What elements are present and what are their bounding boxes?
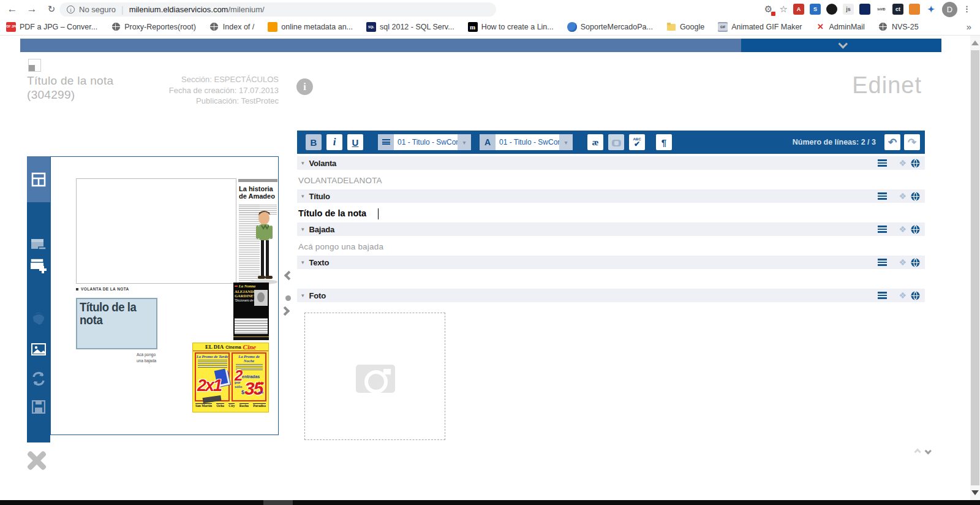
page-info-icon[interactable]: i bbox=[67, 6, 75, 13]
info-icon[interactable]: i bbox=[296, 78, 313, 95]
note-creation-date: Fecha de creación: 17.07.2013 bbox=[92, 85, 279, 96]
photo-drop-placeholder[interactable] bbox=[304, 313, 445, 440]
bookmark-online-metadata[interactable]: online metadata an... bbox=[268, 22, 353, 32]
volanta-text-field[interactable]: VOLANTADELANOTA bbox=[298, 176, 911, 185]
section-styles-icon[interactable]: ❖ bbox=[899, 290, 907, 300]
editor-sidebar bbox=[27, 156, 50, 442]
section-menu-icon[interactable] bbox=[878, 159, 887, 167]
sidebar-item-publish-web[interactable] bbox=[27, 308, 50, 329]
redo-button[interactable]: ↷ bbox=[904, 134, 920, 150]
ct-extension-icon[interactable]: ct bbox=[892, 4, 903, 15]
section-menu-icon[interactable] bbox=[878, 292, 887, 299]
chevron-up-icon[interactable] bbox=[914, 450, 922, 458]
italic-button[interactable]: i bbox=[326, 134, 342, 150]
special-char-button[interactable]: æ bbox=[587, 134, 603, 150]
paragraph-style-dropdown[interactable]: 01 - Titulo - SwCond... ▾ bbox=[378, 134, 471, 150]
section-styles-icon[interactable]: ❖ bbox=[899, 257, 907, 267]
extension-puzzle-icon[interactable]: ⚙ bbox=[763, 4, 774, 15]
newspaper-preview-panel[interactable]: La historia de Amadeo VOLANTA DE LA NOTA… bbox=[50, 156, 279, 435]
bookmark-how-to-create[interactable]: m How to create a Lin... bbox=[468, 22, 554, 32]
section-header-volanta[interactable]: ▾ Volanta ❖ bbox=[297, 156, 925, 170]
pilcrow-button[interactable]: ¶ bbox=[656, 134, 672, 150]
pdf-extension-icon[interactable]: A bbox=[793, 4, 804, 15]
bookmark-star-icon[interactable]: ☆ bbox=[780, 4, 788, 15]
section-menu-icon[interactable] bbox=[878, 259, 887, 266]
invid-extension-icon[interactable]: InVID bbox=[876, 4, 887, 15]
gavel-extension-icon[interactable] bbox=[909, 4, 920, 15]
edinet-editor-window: ← → ↻ i No seguro | milenium.eldiaservic… bbox=[0, 0, 980, 505]
section-menu-icon[interactable] bbox=[878, 226, 887, 233]
scrollbar-down-icon[interactable] bbox=[971, 490, 979, 495]
section-styles-icon[interactable]: ❖ bbox=[899, 191, 907, 201]
promo-por-solo: por sólo bbox=[235, 381, 243, 389]
security-label: No seguro bbox=[79, 5, 116, 14]
sidebar-item-image[interactable] bbox=[27, 339, 50, 360]
feather-extension-icon[interactable]: ✦ bbox=[925, 4, 937, 15]
nonna-ad-decoration: ■■ bbox=[235, 284, 238, 287]
back-icon[interactable]: ← bbox=[5, 2, 20, 17]
section-header-foto[interactable]: ▾ Foto ❖ bbox=[297, 289, 925, 302]
preview-page-dot[interactable] bbox=[285, 295, 291, 301]
section-web-icon[interactable] bbox=[911, 159, 920, 168]
section-web-icon[interactable] bbox=[911, 225, 920, 234]
sidebar-item-remove-window[interactable] bbox=[27, 235, 50, 256]
section-header-titulo[interactable]: ▾ Título ❖ bbox=[297, 189, 925, 203]
section-web-icon[interactable] bbox=[911, 291, 920, 300]
preview-prev-page-icon[interactable] bbox=[283, 272, 293, 282]
chevron-down-icon[interactable] bbox=[926, 450, 934, 458]
section-styles-icon[interactable]: ❖ bbox=[899, 224, 907, 234]
collapse-caret-icon[interactable]: ▾ bbox=[301, 292, 304, 298]
bold-button[interactable]: B bbox=[306, 134, 322, 150]
section-header-bajada[interactable]: ▾ Bajada ❖ bbox=[297, 222, 925, 236]
section-styles-icon[interactable]: ❖ bbox=[899, 158, 907, 168]
bookmarks-overflow-icon[interactable]: » bbox=[967, 21, 971, 32]
collapse-caret-icon[interactable]: ▾ bbox=[301, 259, 304, 265]
profile-avatar[interactable]: D bbox=[942, 2, 957, 17]
reload-icon[interactable]: ↻ bbox=[44, 2, 59, 17]
close-icon[interactable] bbox=[23, 447, 50, 474]
forward-icon[interactable]: → bbox=[24, 2, 39, 17]
blueprint-extension-icon[interactable] bbox=[859, 4, 870, 15]
js-extension-icon[interactable]: js bbox=[843, 4, 854, 15]
section-web-icon[interactable] bbox=[911, 192, 920, 201]
bookmark-pdf-a-jpg[interactable]: PDF JPG PDF a JPG – Conver... bbox=[6, 22, 97, 32]
section-menu-icon[interactable] bbox=[878, 192, 887, 200]
section-header-texto[interactable]: ▾ Texto ❖ bbox=[297, 256, 925, 269]
collapse-caret-icon[interactable]: ▾ bbox=[301, 160, 304, 166]
sidebar-item-layout[interactable] bbox=[27, 156, 50, 202]
cinema-ad: EL DIA Cinema Cine La Promo de Tarde 2x1… bbox=[192, 343, 269, 412]
bookmark-soporte-mercado[interactable]: SoporteMercadoPa... bbox=[567, 22, 653, 32]
s-extension-icon[interactable]: S bbox=[810, 4, 821, 15]
sidebar-item-refresh[interactable] bbox=[27, 368, 50, 389]
link-button[interactable] bbox=[608, 134, 624, 150]
collapse-caret-icon[interactable]: ▾ bbox=[301, 193, 304, 199]
dropdown-arrow-icon[interactable]: ▾ bbox=[458, 134, 471, 150]
chrome-menu-icon[interactable]: ⋮ bbox=[963, 8, 969, 10]
bajada-text-field[interactable]: Acá pongo una bajada bbox=[298, 242, 911, 251]
sidebar-item-add-window[interactable] bbox=[27, 256, 50, 276]
undo-button[interactable]: ↶ bbox=[884, 134, 900, 150]
bookmark-index-of[interactable]: Index of / bbox=[209, 22, 254, 32]
collapse-panel-bar[interactable] bbox=[741, 39, 941, 52]
dropdown-arrow-icon[interactable]: ▾ bbox=[559, 134, 573, 150]
page-scrollbar[interactable] bbox=[970, 36, 980, 500]
scrollbar-thumb[interactable] bbox=[971, 50, 979, 485]
preview-next-page-icon[interactable] bbox=[282, 308, 292, 317]
address-bar[interactable]: i No seguro | milenium.eldiaservicios.co… bbox=[59, 2, 496, 17]
character-style-dropdown[interactable]: A 01 - Titulo - SwCond... ▾ bbox=[480, 134, 573, 150]
collapse-caret-icon[interactable]: ▾ bbox=[301, 226, 304, 232]
underline-button[interactable]: U bbox=[347, 134, 363, 150]
bookmark-sql-2012[interactable]: SQL sql 2012 - SQL Serv... bbox=[366, 22, 454, 32]
mask-extension-icon[interactable] bbox=[826, 4, 837, 15]
spellcheck-button[interactable]: ABC ✔ bbox=[629, 134, 645, 150]
bookmark-proxy-reportes[interactable]: Proxy-Reportes(root) bbox=[111, 22, 196, 32]
titulo-text-field[interactable]: Título de la nota bbox=[298, 208, 911, 218]
bookmark-google-folder[interactable]: Google bbox=[666, 22, 704, 32]
bookmark-nvs-25[interactable]: NVS-25 bbox=[878, 22, 919, 32]
bookmark-adminmail[interactable]: ✕ AdminMail bbox=[816, 22, 865, 32]
preview-title-box[interactable]: Título de la nota bbox=[76, 298, 157, 349]
section-web-icon[interactable] bbox=[911, 258, 920, 267]
bookmark-gif-maker[interactable]: GIF Animated GIF Maker bbox=[718, 22, 802, 32]
sidebar-item-save[interactable] bbox=[27, 397, 50, 417]
scrollbar-up-icon[interactable] bbox=[971, 40, 979, 45]
